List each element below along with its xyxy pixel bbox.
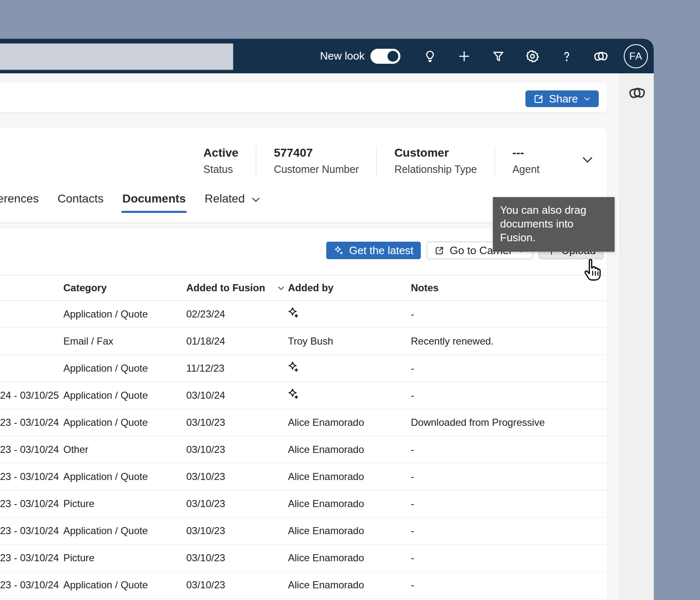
cell-policy-term: 23 - 03/10/24 [0, 525, 63, 537]
summary-label: Status [203, 163, 238, 175]
copilot-sparkle-icon [288, 362, 300, 372]
cell-added-to-fusion: 03/10/23 [186, 471, 288, 482]
chevron-down-icon[interactable] [580, 152, 595, 168]
table-row[interactable]: 24 - 03/10/25 Application / Quote 03/10/… [0, 382, 607, 409]
cell-added-to-fusion: 03/10/23 [186, 552, 288, 564]
cell-notes: - [411, 552, 607, 564]
table-row[interactable]: Email / Fax 01/18/24 Troy Bush Recently … [0, 328, 607, 355]
summary-fields: Active Status 577407 Customer Number Cus… [186, 146, 557, 175]
tab-item[interactable]: Related [205, 192, 262, 213]
summary-label: Agent [512, 163, 540, 175]
cell-added-to-fusion: 03/10/24 [186, 390, 288, 401]
cell-policy-term: 24 - 03/10/25 [0, 390, 63, 401]
tab-label: Contacts [58, 192, 104, 205]
cell-notes: Recently renewed. [411, 335, 607, 347]
tab-item[interactable]: eferences [0, 192, 39, 213]
cell-added-by: Alice Enamorado [288, 579, 364, 590]
tab-item[interactable]: Contacts [58, 192, 104, 213]
table-row[interactable]: Application / Quote 02/23/24 - [0, 301, 607, 328]
cell-added-by: Alice Enamorado [288, 417, 364, 428]
summary-label: Relationship Type [394, 163, 477, 175]
cell-category: Application / Quote [63, 525, 186, 537]
cell-category: Application / Quote [63, 471, 186, 482]
cell-policy-term: 23 - 03/10/24 [0, 444, 63, 455]
cell-added-by: Alice Enamorado [288, 498, 364, 509]
cell-added-to-fusion: 03/10/23 [186, 498, 288, 510]
copilot-sparkle-icon [288, 389, 300, 400]
cell-added-to-fusion: 03/10/23 [186, 417, 288, 428]
search-input[interactable] [0, 43, 233, 70]
screen: { "topbar": { "new_look_label": "New loo… [0, 0, 700, 600]
get-the-latest-button[interactable]: Get the latest [326, 242, 421, 259]
copilot-icon[interactable] [628, 84, 646, 102]
documents-table: Category Added to Fusion Added by Notes … [0, 275, 607, 599]
external-link-icon [434, 245, 445, 256]
table-row[interactable]: 23 - 03/10/24 Other 03/10/23 Alice Enamo… [0, 436, 607, 463]
cell-policy-term: 23 - 03/10/24 [0, 498, 63, 510]
avatar-initials: FA [629, 50, 642, 62]
topbar-controls: New look FA [320, 39, 648, 73]
column-header-added-to-fusion[interactable]: Added to Fusion [186, 282, 285, 294]
cell-notes: - [411, 471, 607, 482]
cell-added-to-fusion: 11/12/23 [186, 362, 288, 374]
cell-notes: - [411, 362, 607, 374]
cell-policy-term: 23 - 03/10/24 [0, 471, 63, 482]
table-row[interactable]: Application / Quote 11/12/23 - [0, 355, 607, 382]
cell-added-to-fusion: 02/23/24 [186, 308, 288, 320]
cell-policy-term: 23 - 03/10/24 [0, 417, 63, 428]
cell-notes: - [411, 498, 607, 510]
sparkle-icon [334, 245, 344, 256]
column-header-category[interactable]: Category [63, 282, 186, 294]
cell-added-by: Alice Enamorado [288, 525, 364, 536]
cell-notes: Downloaded from Progressive [411, 417, 607, 428]
cell-notes: - [411, 525, 607, 537]
cell-category: Picture [63, 498, 186, 510]
documents-panel: Get the latest Go to Carrier Upload Cate… [0, 228, 607, 600]
cell-added-by: Alice Enamorado [288, 471, 364, 482]
summary-value: Active [203, 146, 238, 160]
cell-policy-term: 23 - 03/10/24 [0, 552, 63, 564]
table-row[interactable]: 23 - 03/10/24 Picture 03/10/23 Alice Ena… [0, 545, 607, 572]
table-row[interactable]: 23 - 03/10/24 Application / Quote 03/10/… [0, 463, 607, 490]
share-button[interactable]: Share [525, 90, 599, 107]
user-avatar[interactable]: FA [624, 44, 648, 68]
cell-category: Other [63, 444, 186, 455]
copilot-icon[interactable] [584, 39, 618, 73]
summary-field: Customer Relationship Type [376, 146, 494, 175]
table-row[interactable]: 23 - 03/10/24 Application / Quote 03/10/… [0, 409, 607, 436]
lightbulb-icon[interactable] [413, 39, 447, 73]
tab-label: eferences [0, 192, 39, 205]
add-icon[interactable] [447, 39, 481, 73]
tab-label: Related [205, 192, 245, 205]
cell-category: Email / Fax [63, 335, 186, 347]
top-navigation-bar: New look FA [0, 39, 654, 73]
cell-category: Application / Quote [63, 579, 186, 591]
new-look-toggle[interactable] [370, 49, 400, 64]
share-icon [535, 95, 542, 102]
cell-notes: - [411, 308, 607, 320]
cell-added-to-fusion: 03/10/23 [186, 525, 288, 537]
tab-item[interactable]: Documents [122, 192, 185, 213]
drag-documents-tooltip: You can also drag documents into Fusion. [493, 197, 615, 252]
help-icon[interactable] [550, 39, 584, 73]
filter-icon[interactable] [481, 39, 515, 73]
cell-category: Application / Quote [63, 308, 186, 320]
chevron-down-icon [277, 284, 285, 292]
cell-notes: - [411, 390, 607, 401]
tab-label: Documents [122, 192, 185, 205]
cell-added-to-fusion: 01/18/24 [186, 335, 288, 347]
cell-added-to-fusion: 03/10/23 [186, 444, 288, 455]
cell-added-to-fusion: 03/10/23 [186, 579, 288, 591]
copilot-sparkle-icon [288, 308, 300, 318]
settings-gear-icon[interactable] [515, 39, 550, 73]
table-row[interactable]: 23 - 03/10/24 Picture 03/10/23 Alice Ena… [0, 490, 607, 518]
record-tabs: eferences Contacts Documents Related [0, 192, 261, 213]
cell-category: Application / Quote [63, 362, 186, 374]
table-row[interactable]: 23 - 03/10/24 Application / Quote 03/10/… [0, 572, 607, 599]
summary-field: 577407 Customer Number [256, 146, 376, 175]
cell-category: Application / Quote [63, 417, 186, 428]
summary-field: --- Agent [495, 146, 557, 175]
table-row[interactable]: 23 - 03/10/24 Application / Quote 03/10/… [0, 518, 607, 545]
column-header-notes[interactable]: Notes [411, 282, 607, 294]
column-header-added-by[interactable]: Added by [288, 282, 411, 294]
